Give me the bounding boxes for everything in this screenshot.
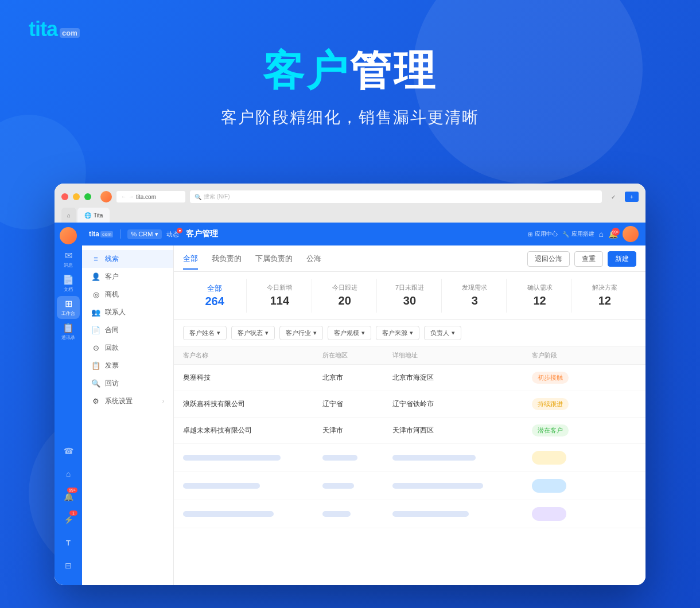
app-logo-com: com <box>100 231 113 237</box>
header-notification-btn[interactable]: 🔔 99+ <box>608 229 618 239</box>
app-center-btn[interactable]: ⊞ 应用中心 <box>528 230 558 238</box>
table-row[interactable]: 奥塞科技 北京市 北京市海淀区 初步接触 <box>174 365 645 391</box>
pipeline-label: 线索 <box>105 254 119 264</box>
browser-check-btn[interactable]: ✓ <box>606 192 620 202</box>
stat-seven-day-label: 7日未跟进 <box>380 283 439 292</box>
filter-industry-label: 客户行业 <box>286 329 311 337</box>
row-3-address: 天津市河西区 <box>392 426 532 435</box>
home-icon: ⌂ <box>66 469 71 478</box>
main-panel: tita com % CRM ▾ 动态 ● 客户管理 ⊞ 应用中心 <box>82 223 645 585</box>
sidebar-home-icon[interactable]: ⌂ <box>58 463 79 484</box>
app-header: tita com % CRM ▾ 动态 ● 客户管理 ⊞ 应用中心 <box>82 223 645 245</box>
hero-title: 客户管理 <box>0 46 700 95</box>
sidebar-notification-icon[interactable]: 🔔 99+ <box>58 486 79 507</box>
nav-item-contract[interactable]: 📄 合同 <box>82 321 173 339</box>
sidebar-item-doc[interactable]: 📄 文档 <box>57 272 80 295</box>
filter-source-btn[interactable]: 客户来源 ▾ <box>376 326 419 340</box>
customer-nav-icon: 👤 <box>91 272 100 281</box>
tab-subordinate[interactable]: 下属负责的 <box>255 254 293 270</box>
nav-item-contact[interactable]: 👥 联系人 <box>82 303 173 321</box>
crm-chevron-icon: ▾ <box>155 231 158 238</box>
grid-icon: ⊟ <box>65 561 72 570</box>
sidebar-item-workspace[interactable]: ⊞ 工作台 <box>57 296 80 319</box>
nav-item-customer[interactable]: 👤 客户 <box>82 268 173 286</box>
table-row-skeleton-3 <box>174 500 645 528</box>
row-1-name: 奥塞科技 <box>183 373 322 383</box>
sidebar-user-avatar[interactable] <box>60 227 77 244</box>
header-page-title: 客户管理 <box>186 229 218 239</box>
app-build-label: 应用搭建 <box>571 230 594 238</box>
nav-item-settings[interactable]: ⚙ 系统设置 › <box>82 392 173 410</box>
app-build-btn[interactable]: 🔧 应用搭建 <box>562 230 594 238</box>
table-row-skeleton-2 <box>174 472 645 500</box>
browser-tab-tita[interactable]: 🌐 Tita <box>77 208 110 223</box>
message-icon: ✉ <box>65 250 72 261</box>
header-user-avatar[interactable] <box>623 226 639 242</box>
header-home-btn[interactable]: ⌂ <box>599 229 604 239</box>
table-row[interactable]: 浪跃嘉科技有限公司 辽宁省 辽宁省铁岭市 持续跟进 <box>174 391 645 418</box>
app-build-icon: 🔧 <box>562 231 569 237</box>
nav-item-invoice[interactable]: 📋 发票 <box>82 357 173 375</box>
stat-solution[interactable]: 解决方案 12 <box>573 279 636 313</box>
nav-item-payment[interactable]: ⊙ 回款 <box>82 339 173 357</box>
message-label: 消息 <box>64 262 73 268</box>
header-dynamic-nav[interactable]: 动态 ● <box>166 230 179 239</box>
stat-today-followup-label: 今日跟进 <box>316 283 374 292</box>
filter-owner-chevron: ▾ <box>452 329 455 337</box>
sidebar-type-icon[interactable]: T <box>58 532 79 553</box>
return-public-sea-btn[interactable]: 退回公海 <box>527 251 570 267</box>
filter-scale-btn[interactable]: 客户规模 ▾ <box>328 326 371 340</box>
sidebar-activity-icon[interactable]: ⚡ 1 <box>58 509 79 530</box>
activity-badge: 1 <box>69 510 77 516</box>
doc-icon: 📄 <box>63 274 74 285</box>
type-icon: T <box>66 539 71 547</box>
sidebar-item-message[interactable]: ✉ 消息 <box>57 248 80 271</box>
stat-today-followup[interactable]: 今日跟进 20 <box>313 279 377 313</box>
contact-label: 联系人 <box>105 307 126 317</box>
browser-close-dot[interactable] <box>61 193 68 200</box>
row-3-stage: 潜在客户 <box>532 424 636 436</box>
table-row[interactable]: 卓越未来科技有限公司 天津市 天津市河西区 潜在客户 <box>174 418 645 444</box>
stat-find-demand[interactable]: 发现需求 3 <box>443 279 507 313</box>
nav-item-pipeline[interactable]: ≡ 线索 <box>82 250 173 268</box>
sidebar-phone-icon[interactable]: ☎ <box>58 441 79 461</box>
tab-public-sea[interactable]: 公海 <box>306 254 321 270</box>
filter-source-label: 客户来源 <box>382 329 407 337</box>
browser-maximize-dot[interactable] <box>84 193 91 200</box>
sidebar-grid-icon[interactable]: ⊟ <box>58 555 79 576</box>
stat-today-new[interactable]: 今日新增 114 <box>248 279 312 313</box>
header-divider <box>120 229 120 239</box>
stat-all[interactable]: 全部 264 <box>183 279 247 313</box>
sidebar-item-contacts[interactable]: 📋 通讯录 <box>57 320 80 343</box>
stat-seven-day[interactable]: 7日未跟进 30 <box>378 279 442 313</box>
filter-owner-btn[interactable]: 负责人 ▾ <box>424 326 461 340</box>
tab-all[interactable]: 全部 <box>183 254 198 270</box>
browser-chrome: ← → tita.com 🔍 搜索 (N/F) ✓ + ⌂ 🌐 Tita <box>55 184 645 223</box>
browser-add-btn[interactable]: + <box>625 192 639 202</box>
contacts-icon: 📋 <box>63 322 74 333</box>
address-text: tita.com <box>136 194 156 200</box>
nav-sidebar: ≡ 线索 👤 客户 ◎ 商机 👥 联系人 <box>82 245 174 585</box>
nav-item-visit[interactable]: 🔍 回访 <box>82 375 173 392</box>
top-logo: tita com <box>29 17 80 41</box>
phone-icon: ☎ <box>64 446 73 455</box>
nav-item-opportunity[interactable]: ◎ 商机 <box>82 286 173 303</box>
contract-label: 合同 <box>105 325 119 335</box>
filter-name-btn[interactable]: 客户姓名 ▾ <box>183 326 227 340</box>
filter-status-btn[interactable]: 客户状态 ▾ <box>231 326 275 340</box>
filter-industry-btn[interactable]: 客户行业 ▾ <box>279 326 323 340</box>
duplicate-check-btn[interactable]: 查重 <box>574 251 603 267</box>
app-container: ✉ 消息 📄 文档 ⊞ 工作台 📋 通讯录 ☎ ⌂ <box>55 223 645 585</box>
app-center-icon: ⊞ <box>528 231 532 237</box>
browser-window: ← → tita.com 🔍 搜索 (N/F) ✓ + ⌂ 🌐 Tita <box>55 184 645 585</box>
stat-confirm-demand[interactable]: 确认需求 12 <box>508 279 571 313</box>
browser-tab-home[interactable]: ⌂ <box>61 208 76 223</box>
new-customer-btn[interactable]: 新建 <box>608 251 636 267</box>
workspace-icon: ⊞ <box>65 298 72 309</box>
notification-badge: 99+ <box>67 488 77 493</box>
browser-minimize-dot[interactable] <box>73 193 80 200</box>
tab-my[interactable]: 我负责的 <box>212 254 242 270</box>
browser-address[interactable]: ← → tita.com <box>116 191 185 202</box>
crm-dropdown-btn[interactable]: % CRM ▾ <box>127 229 162 239</box>
browser-search-bar[interactable]: 🔍 搜索 (N/F) <box>190 190 602 203</box>
